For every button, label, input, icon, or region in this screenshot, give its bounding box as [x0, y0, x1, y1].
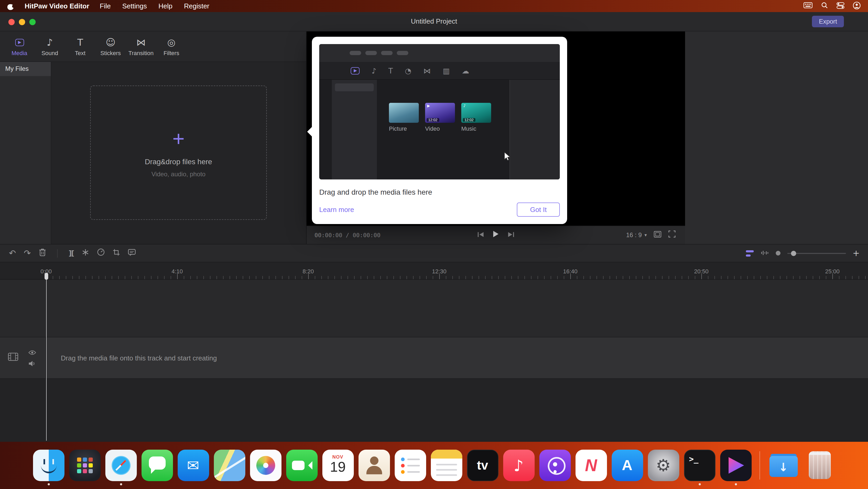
dropzone-title: Drag&drop files here — [145, 157, 212, 166]
dock-app-icon[interactable] — [804, 450, 835, 481]
media-tab-icon: ⋈ — [136, 37, 146, 48]
mini-toolbar-icon: ◔ — [405, 66, 411, 75]
media-tab[interactable]: ▶ Media — [4, 37, 35, 56]
media-tab-icon: ☺ — [105, 37, 116, 48]
mini-thumbnail-label: Picture — [389, 125, 419, 132]
dock-app-icon[interactable] — [503, 450, 534, 481]
mini-toolbar-icon: ☁ — [462, 66, 469, 75]
dock-calendar-icon[interactable]: NOV 19 — [322, 450, 353, 481]
mini-thumbnail-label: Music — [461, 125, 491, 132]
dock-app-icon[interactable] — [178, 450, 209, 481]
media-tab-label: Sound — [41, 50, 58, 56]
playhead[interactable] — [46, 273, 46, 441]
learn-more-link[interactable]: Learn more — [319, 206, 354, 213]
media-tabbar: ▶ Media ♪ Sound T Text ☺ Stickers ⋈ Tran… — [0, 31, 306, 62]
control-center-icon[interactable] — [837, 1, 844, 11]
app-icon-art — [684, 450, 715, 481]
dock-app-icon[interactable] — [286, 450, 317, 481]
zoom-in-button[interactable]: + — [852, 249, 860, 257]
spotlight-search-icon[interactable] — [821, 2, 828, 10]
mini-toolbar-icon: ♪ — [372, 66, 376, 75]
delete-button[interactable] — [39, 248, 46, 258]
add-media-plus-icon[interactable]: + — [173, 128, 185, 149]
media-tab-label: Transition — [128, 50, 154, 56]
mini-thumbnail-duration-badge: 12:02 — [427, 118, 439, 122]
dock-app-icon[interactable] — [105, 450, 136, 481]
dock-app-icon[interactable] — [684, 450, 715, 481]
track-visibility-toggle[interactable] — [28, 348, 36, 357]
media-tab[interactable]: ⋈ Transition — [126, 37, 156, 56]
fullscreen-icon[interactable] — [668, 230, 676, 240]
dock-app-icon[interactable] — [33, 450, 64, 481]
media-tab[interactable]: T Text — [65, 37, 95, 56]
previous-frame-button[interactable] — [477, 230, 484, 240]
timeline-zoom-slider[interactable] — [787, 253, 846, 254]
dock-app-icon[interactable] — [612, 450, 643, 481]
window-controls — [8, 19, 36, 25]
next-frame-button[interactable] — [508, 230, 515, 240]
split-clip-button[interactable]: ][ — [69, 250, 74, 257]
play-button[interactable] — [492, 230, 499, 240]
zoom-out-button[interactable] — [775, 251, 780, 256]
keyframe-button[interactable] — [82, 249, 89, 258]
dock-app-icon[interactable] — [431, 450, 462, 481]
dock-app-icon[interactable] — [141, 450, 173, 481]
ruler-time-label: 20:50 — [694, 268, 708, 275]
waveform-toggle-icon[interactable] — [760, 249, 769, 258]
undo-button[interactable]: ↶ — [9, 249, 16, 257]
menubar-menu-item[interactable]: Settings — [122, 2, 147, 10]
media-tab[interactable]: ☺ Stickers — [95, 37, 126, 56]
dock-app-icon[interactable] — [720, 450, 751, 481]
apple-menu-icon[interactable] — [7, 2, 14, 10]
menubar-menu-item[interactable]: File — [100, 2, 111, 10]
ruler-time-label: 16:40 — [563, 268, 577, 275]
media-tab[interactable]: ♪ Sound — [35, 37, 65, 56]
app-icon-art — [105, 450, 136, 481]
video-track[interactable]: Drag the media file onto this track and … — [0, 337, 868, 379]
dock-app-icon[interactable] — [768, 450, 799, 481]
app-icon-art — [575, 450, 607, 481]
properties-panel — [685, 31, 868, 244]
dock-app-icon[interactable] — [648, 450, 679, 481]
speed-button[interactable] — [97, 248, 104, 258]
dock-app-icon[interactable] — [575, 450, 607, 481]
fit-frame-icon[interactable] — [654, 230, 661, 240]
mini-toolbar-icon: T — [389, 66, 393, 75]
mini-thumbnail: Picture — [389, 103, 419, 132]
media-tab-label: Filters — [163, 50, 179, 56]
dock-app-icon[interactable] — [539, 450, 570, 481]
project-title: Untitled Project — [0, 12, 868, 31]
redo-button[interactable]: ↷ — [24, 249, 31, 257]
tooltip-message: Drag and drop the media files here — [319, 188, 560, 196]
keyboard-icon[interactable] — [804, 2, 812, 10]
dock-app-icon[interactable] — [395, 450, 426, 481]
media-dropzone[interactable]: + Drag&drop files here Video, audio, pho… — [90, 86, 267, 220]
close-window-button[interactable] — [8, 19, 15, 25]
timeline-ruler[interactable]: 0:004:108:2012:3016:4020:5025:00 — [0, 262, 868, 280]
zoom-window-button[interactable] — [29, 19, 36, 25]
menubar-menu-item[interactable]: Register — [184, 2, 209, 10]
crop-button[interactable] — [113, 249, 120, 258]
track-mute-toggle[interactable] — [28, 359, 36, 369]
track-height-toggle-icon[interactable] — [746, 250, 753, 256]
export-button[interactable]: Export — [812, 16, 844, 27]
app-icon-art — [33, 450, 64, 481]
aspect-ratio-dropdown[interactable]: 16 : 9 ▾ — [626, 231, 647, 239]
toolbar-divider — [57, 249, 58, 257]
got-it-button[interactable]: Got It — [517, 203, 560, 217]
dock-app-icon[interactable] — [69, 450, 100, 481]
subtitle-button[interactable] — [128, 249, 135, 258]
dock-app-icon[interactable] — [467, 450, 498, 481]
sidebar-item-my-files[interactable]: My Files — [0, 62, 51, 76]
ruler-time-label: 8:20 — [303, 268, 314, 275]
dock-app-icon[interactable] — [358, 450, 390, 481]
aspect-ratio-value: 16 : 9 — [626, 231, 642, 239]
dock-app-icon[interactable] — [214, 450, 245, 481]
minimize-window-button[interactable] — [19, 19, 25, 25]
timeline-body: Drag the media file onto this track and … — [0, 280, 868, 442]
user-account-icon[interactable] — [853, 1, 861, 11]
dock-app-icon[interactable] — [250, 450, 281, 481]
menubar-menu-item[interactable]: Help — [158, 2, 173, 10]
menubar-app-name[interactable]: HitPaw Video Editor — [25, 2, 89, 10]
media-tab[interactable]: ◎ Filters — [156, 37, 187, 56]
